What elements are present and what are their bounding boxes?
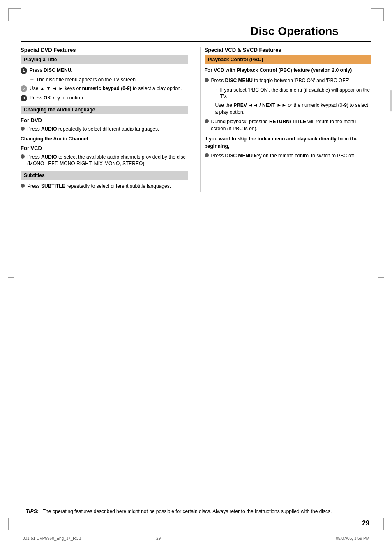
corner-mark-bl bbox=[8, 518, 21, 530]
vcd-audio-bullet: Press AUDIO to select the available audi… bbox=[21, 154, 188, 168]
step-3-text: Press OK key to confirm. bbox=[30, 94, 84, 101]
subtitle-bullet-icon bbox=[21, 184, 25, 188]
pbc-bullet-1-text: Press DISC MENU to toggle between 'PBC O… bbox=[211, 77, 351, 84]
step-3-ok: OK bbox=[44, 95, 51, 101]
corner-mark-br bbox=[371, 518, 384, 530]
for-dvd-label: For DVD bbox=[21, 117, 188, 123]
left-column: Special DVD Features Playing a Title 1 P… bbox=[21, 47, 192, 192]
step-2-item: 2 Use ▲ ▼ ◄ ► keys or numeric keypad (0-… bbox=[21, 85, 188, 92]
footer-line bbox=[21, 532, 371, 532]
vcd-audio-bullet-icon bbox=[21, 154, 25, 159]
tips-text: The operating features described here mi… bbox=[43, 509, 332, 514]
step-2-keypad: numeric keypad (0-9) bbox=[82, 85, 131, 91]
step-2-number: 2 bbox=[21, 85, 27, 92]
right-column: Special VCD & SVCD Features Playback Con… bbox=[200, 47, 372, 192]
page-title: Disc Operations bbox=[21, 0, 371, 42]
vcd-audio-bold: AUDIO bbox=[41, 154, 57, 160]
playing-title-bar: Playing a Title bbox=[21, 55, 188, 64]
for-vcd-label: For VCD bbox=[21, 145, 188, 151]
step-2-text: Use ▲ ▼ ◄ ► keys or numeric keypad (0-9)… bbox=[30, 85, 182, 92]
subtitle-bullet: Press SUBTITLE repeatedly to select diff… bbox=[21, 183, 188, 190]
step-1-bold: DISC MENU bbox=[44, 67, 71, 73]
skip-bullet-text: Press DISC MENU key on the remote contro… bbox=[211, 152, 355, 159]
pbc-disc-menu-1: DISC MENU bbox=[225, 78, 253, 83]
subtitles-bar: Subtitles bbox=[21, 171, 188, 180]
step-1-arrow: → The disc title menu appears on the TV … bbox=[21, 76, 188, 83]
english-tab: English bbox=[390, 90, 392, 111]
step-2-keys: ▲ ▼ ◄ ► bbox=[40, 85, 64, 91]
pbc-arrow-1-text: If you select 'PBC ON', the disc menu (i… bbox=[220, 87, 372, 101]
content-area: Special DVD Features Playing a Title 1 P… bbox=[21, 42, 371, 192]
pbc-bar: Playback Control (PBC) bbox=[205, 55, 372, 64]
pbc-bullet-2-icon bbox=[205, 119, 209, 123]
skip-bullet: Press DISC MENU key on the remote contro… bbox=[205, 152, 372, 159]
step-1-text: Press DISC MENU. bbox=[30, 67, 73, 74]
left-section-header: Special DVD Features bbox=[21, 47, 188, 53]
tips-label: TIPS: bbox=[26, 509, 39, 514]
footer-center: 29 bbox=[156, 536, 161, 541]
tips-box: TIPS: The operating features described h… bbox=[21, 505, 371, 518]
footer-right: 05/07/06, 3:59 PM bbox=[336, 536, 369, 541]
audio-lang-bar: Changing the Audio Language bbox=[21, 106, 188, 114]
pbc-prev-next: PREV ◄◄ / NEXT ►► bbox=[233, 102, 286, 108]
pbc-arrow-2: Use the PREV ◄◄ / NEXT ►► or the numeric… bbox=[205, 102, 372, 116]
dvd-audio-bullet-icon bbox=[21, 127, 25, 131]
pbc-arrow-1: → If you select 'PBC ON', the disc menu … bbox=[205, 87, 372, 101]
step-3-number: 3 bbox=[21, 95, 27, 101]
vcd-audio-text: Press AUDIO to select the available audi… bbox=[27, 154, 188, 168]
page-number: 29 bbox=[362, 520, 369, 527]
pbc-bullet-1: Press DISC MENU to toggle between 'PBC O… bbox=[205, 77, 372, 84]
subtitle-bold: SUBTITLE bbox=[41, 183, 65, 189]
arrow-symbol-1: → bbox=[30, 76, 35, 82]
footer-left: 001-51 DVP5960_Eng_37_RC3 bbox=[23, 536, 81, 541]
step-1-item: 1 Press DISC MENU. bbox=[21, 67, 188, 74]
corner-mark-tr bbox=[371, 8, 384, 21]
skip-label: If you want to skip the index menu and p… bbox=[205, 135, 372, 150]
skip-bullet-icon bbox=[205, 153, 209, 157]
pbc-arrow-2-text: Use the PREV ◄◄ / NEXT ►► or the numeric… bbox=[215, 102, 372, 116]
skip-disc-menu: DISC MENU bbox=[225, 153, 253, 159]
corner-mark-tl bbox=[8, 8, 21, 21]
pbc-note: For VCD with Playback Control (PBC) feat… bbox=[205, 67, 372, 74]
pbc-return-title: RETURN/ TITLE bbox=[269, 119, 306, 124]
dvd-audio-bullet: Press AUDIO repeatedly to select differe… bbox=[21, 126, 188, 133]
arrow-symbol-2: → bbox=[214, 87, 219, 92]
pbc-bullet-2-text: During playback, pressing RETURN/ TITLE … bbox=[211, 118, 372, 132]
side-mark-left bbox=[8, 277, 14, 278]
audio-channel-header: Changing the Audio Channel bbox=[21, 136, 188, 142]
subtitle-text: Press SUBTITLE repeatedly to select diff… bbox=[27, 183, 171, 190]
step-1-number: 1 bbox=[21, 67, 27, 74]
step-3-item: 3 Press OK key to confirm. bbox=[21, 94, 188, 101]
dvd-audio-text: Press AUDIO repeatedly to select differe… bbox=[27, 126, 159, 133]
side-mark-right bbox=[378, 277, 384, 278]
pbc-bullet-2: During playback, pressing RETURN/ TITLE … bbox=[205, 118, 372, 132]
dvd-audio-bold: AUDIO bbox=[41, 126, 57, 132]
step-1-arrow-text: The disc title menu appears on the TV sc… bbox=[36, 76, 137, 83]
right-section-header: Special VCD & SVCD Features bbox=[205, 47, 372, 53]
pbc-bullet-1-icon bbox=[205, 78, 209, 82]
